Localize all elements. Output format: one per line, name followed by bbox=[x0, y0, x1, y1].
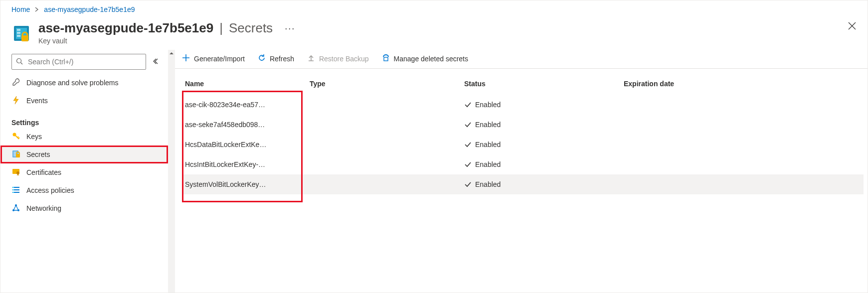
more-actions-button[interactable]: ··· bbox=[285, 23, 295, 34]
scroll-up-icon[interactable] bbox=[168, 50, 175, 59]
sidebar-list: Diagnose and solve problems Events Setti… bbox=[0, 74, 168, 293]
svg-point-18 bbox=[13, 191, 14, 192]
cell-expiration bbox=[621, 115, 864, 135]
cell-status: Enabled bbox=[461, 95, 621, 115]
collapse-sidebar-button[interactable] bbox=[151, 56, 162, 68]
page-title-section: Secrets bbox=[229, 20, 273, 36]
cell-status: Enabled bbox=[461, 154, 621, 174]
sidebar-scrollbar[interactable] bbox=[168, 50, 175, 293]
table-wrap: Name Type Status Expiration date ase-cik… bbox=[175, 69, 868, 194]
cell-type bbox=[307, 174, 461, 194]
search-input[interactable] bbox=[27, 57, 142, 66]
cell-expiration bbox=[621, 174, 864, 194]
sidebar-item-label: Diagnose and solve problems bbox=[26, 79, 118, 87]
cell-type bbox=[307, 154, 461, 174]
close-button[interactable] bbox=[848, 21, 857, 32]
sidebar-search[interactable] bbox=[11, 54, 146, 70]
breadcrumb: Home ase-myasegpude-1e7b5e1e9 bbox=[0, 0, 868, 18]
sidebar-item-access-policies[interactable]: Access policies bbox=[0, 181, 168, 199]
sidebar-item-events[interactable]: Events bbox=[0, 92, 168, 110]
sidebar-item-label: Networking bbox=[26, 204, 61, 212]
sidebar: Diagnose and solve problems Events Setti… bbox=[0, 50, 168, 293]
app-root: Home ase-myasegpude-1e7b5e1e9 ase-myaseg bbox=[0, 0, 868, 293]
sidebar-item-diagnose[interactable]: Diagnose and solve problems bbox=[0, 74, 168, 92]
cell-name[interactable]: ase-seke7af458edb098… bbox=[182, 115, 307, 135]
sidebar-item-label: Keys bbox=[26, 133, 42, 141]
cell-status: Enabled bbox=[461, 135, 621, 154]
cell-expiration bbox=[621, 135, 864, 154]
sidebar-item-label: Secrets bbox=[26, 150, 50, 158]
toolbar: Generate/Import Refresh Restore Backup bbox=[175, 50, 868, 69]
plus-icon bbox=[182, 54, 190, 63]
col-header-expiration[interactable]: Expiration date bbox=[621, 73, 864, 95]
key-vault-icon bbox=[11, 23, 31, 45]
svg-rect-3 bbox=[17, 32, 20, 34]
sidebar-item-label: Certificates bbox=[26, 168, 61, 176]
breadcrumb-resource[interactable]: ase-myasegpude-1e7b5e1e9 bbox=[44, 5, 135, 13]
cell-name[interactable]: HcsIntBitLockerExtKey-… bbox=[182, 154, 307, 174]
svg-rect-2 bbox=[17, 29, 20, 31]
access-policies-icon bbox=[11, 185, 20, 196]
title-block: ase-myasegpude-1e7b5e1e9 | Secrets Key v… bbox=[38, 20, 273, 45]
content-split: Diagnose and solve problems Events Setti… bbox=[0, 50, 868, 293]
svg-rect-10 bbox=[16, 154, 20, 157]
manage-deleted-button[interactable]: Manage deleted secrets bbox=[382, 54, 468, 63]
sidebar-item-networking[interactable]: Networking bbox=[0, 199, 168, 217]
breadcrumb-home[interactable]: Home bbox=[11, 5, 30, 13]
sidebar-item-label: Access policies bbox=[26, 186, 74, 194]
sidebar-item-label: Events bbox=[26, 97, 48, 105]
cell-type bbox=[307, 115, 461, 135]
svg-rect-4 bbox=[17, 35, 20, 37]
col-header-type[interactable]: Type bbox=[307, 73, 461, 95]
sidebar-item-certificates[interactable]: Certificates bbox=[0, 163, 168, 181]
sidebar-item-secrets[interactable]: Secrets bbox=[0, 146, 168, 163]
page-header: ase-myasegpude-1e7b5e1e9 | Secrets Key v… bbox=[0, 18, 868, 50]
sidebar-item-keys[interactable]: Keys bbox=[0, 128, 168, 146]
search-icon bbox=[16, 58, 23, 66]
svg-rect-22 bbox=[384, 57, 388, 61]
svg-point-6 bbox=[17, 58, 21, 63]
page-subtitle: Key vault bbox=[38, 37, 273, 45]
secret-icon bbox=[11, 149, 20, 160]
cell-type bbox=[307, 135, 461, 154]
main-panel: Generate/Import Refresh Restore Backup bbox=[175, 50, 868, 293]
cell-expiration bbox=[621, 154, 864, 174]
cell-expiration bbox=[621, 95, 864, 115]
generate-import-button[interactable]: Generate/Import bbox=[182, 54, 245, 63]
restore-backup-button: Restore Backup bbox=[307, 54, 369, 63]
lightning-icon bbox=[11, 96, 20, 106]
col-header-name[interactable]: Name bbox=[182, 73, 307, 95]
title-separator: | bbox=[216, 20, 226, 36]
secrets-table: Name Type Status Expiration date ase-cik… bbox=[175, 69, 868, 194]
svg-point-16 bbox=[13, 186, 14, 187]
manage-deleted-icon bbox=[382, 54, 390, 63]
svg-point-17 bbox=[13, 189, 14, 190]
button-label: Manage deleted secrets bbox=[394, 55, 468, 63]
sidebar-group-settings: Settings bbox=[0, 110, 168, 128]
col-header-status[interactable]: Status bbox=[461, 73, 621, 95]
certificate-icon bbox=[11, 167, 20, 178]
button-label: Refresh bbox=[270, 55, 294, 63]
cell-name[interactable]: ase-cik-8023e34e-ea57… bbox=[182, 95, 307, 115]
cell-type bbox=[307, 95, 461, 115]
cell-name[interactable]: HcsDataBitLockerExtKe… bbox=[182, 135, 307, 154]
cell-name[interactable]: SystemVolBitLockerKey… bbox=[182, 174, 307, 194]
page-title-resource: ase-myasegpude-1e7b5e1e9 bbox=[38, 20, 213, 36]
key-icon bbox=[11, 132, 20, 142]
button-label: Restore Backup bbox=[319, 55, 369, 63]
cell-status: Enabled bbox=[461, 174, 621, 194]
upload-icon bbox=[307, 54, 315, 63]
wrench-icon bbox=[11, 78, 20, 88]
chevron-right-icon bbox=[35, 5, 39, 13]
cell-status: Enabled bbox=[461, 115, 621, 135]
refresh-icon bbox=[258, 54, 266, 63]
network-icon bbox=[11, 203, 20, 214]
refresh-button[interactable]: Refresh bbox=[258, 54, 294, 63]
button-label: Generate/Import bbox=[194, 55, 245, 63]
